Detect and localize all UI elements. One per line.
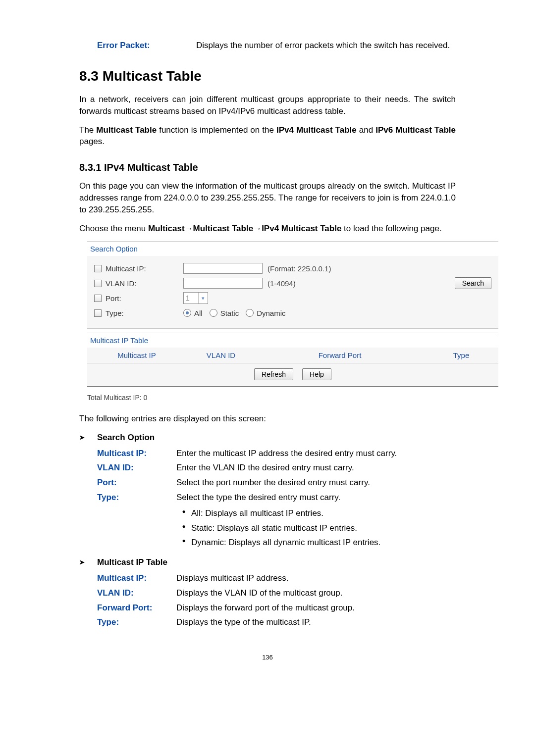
list-head-search-option-label: Search Option xyxy=(97,432,155,444)
heading-8-3: 8.3 Multicast Table xyxy=(79,66,456,86)
chevron-right-icon: ➤ xyxy=(79,558,97,567)
multicast-ip-checkbox[interactable] xyxy=(94,265,102,272)
def-so-type: Type: Select the type the desired entry … xyxy=(97,492,456,552)
chevron-down-icon: ▾ xyxy=(198,293,208,303)
col-vlan-id: VLAN ID xyxy=(186,350,256,360)
t: The xyxy=(79,125,96,135)
col-forward-port: Forward Port xyxy=(256,350,424,360)
t: Choose the menu xyxy=(79,224,148,233)
port-select-value: 1 xyxy=(186,294,190,303)
term: Port: xyxy=(97,477,176,489)
def-error-packet: Error Packet: Displays the number of err… xyxy=(79,40,456,51)
type-bullet-static: ● Static: Displays all static multicast … xyxy=(176,522,456,534)
t: to load the following page. xyxy=(344,224,442,233)
list-head-search-option: ➤ Search Option xyxy=(79,432,456,444)
search-button[interactable]: Search xyxy=(455,277,491,289)
term: Type: xyxy=(97,492,176,504)
bullet-text: Static: Displays all static multicast IP… xyxy=(191,522,357,534)
bullet-icon: ● xyxy=(176,507,191,516)
term: VLAN ID: xyxy=(97,462,176,474)
def-so-vlan-id: VLAN ID: Enter the VLAN ID the desired e… xyxy=(97,462,456,474)
desc: Enter the multicast IP address the desir… xyxy=(176,448,456,459)
type-radio-all[interactable] xyxy=(183,309,191,317)
port-select[interactable]: 1 ▾ xyxy=(183,292,208,304)
multicast-table-panel: Search Option Multicast IP: (Format: 225… xyxy=(87,241,498,403)
col-multicast-ip: Multicast IP xyxy=(87,350,186,360)
total-multicast-ip: Total Multicast IP: 0 xyxy=(87,393,498,403)
col-type: Type xyxy=(424,350,498,360)
desc: Displays the forward port of the multica… xyxy=(176,602,456,614)
bullet-icon: ● xyxy=(176,522,191,531)
type-radio-static[interactable] xyxy=(210,309,217,317)
t: and xyxy=(359,125,375,135)
t: Multicast→Multicast Table→IPv4 Multicast… xyxy=(148,224,341,233)
section-title-search-option: Search Option xyxy=(87,242,498,256)
section-title-multicast-ip-table: Multicast IP Table xyxy=(87,333,498,348)
vlan-id-input[interactable] xyxy=(183,278,263,289)
help-button[interactable]: Help xyxy=(302,368,331,380)
t: Multicast Table xyxy=(96,125,157,135)
desc: Enter the VLAN ID the desired entry must… xyxy=(176,462,456,474)
para-8-3-1-2: Choose the menu Multicast→Multicast Tabl… xyxy=(79,223,456,235)
search-row-port: Port: 1 ▾ xyxy=(94,291,491,305)
term: Forward Port: xyxy=(97,602,176,614)
desc: Displays the VLAN ID of the multicast gr… xyxy=(176,587,456,599)
type-bullet-all: ● All: Displays all multicast IP entries… xyxy=(176,507,456,519)
def-mt-multicast-ip: Multicast IP: Displays multicast IP addr… xyxy=(97,572,456,584)
type-radio-dynamic-label: Dynamic xyxy=(257,308,285,318)
def-mt-vlan-id: VLAN ID: Displays the VLAN ID of the mul… xyxy=(97,587,456,599)
type-label: Type: xyxy=(106,308,124,318)
list-head-multicast-ip-table: ➤ Multicast IP Table xyxy=(79,556,456,568)
port-checkbox[interactable] xyxy=(94,295,102,302)
entries-lead: The following entries are displayed on t… xyxy=(79,413,456,425)
desc-error-packet: Displays the number of error packets whi… xyxy=(196,40,456,51)
list-head-multicast-ip-table-label: Multicast IP Table xyxy=(97,556,167,568)
vlan-id-hint: (1-4094) xyxy=(268,278,296,289)
para-8-3-1: In a network, receivers can join differe… xyxy=(79,94,456,117)
bullet-text: Dynamic: Displays all dynamic multicast … xyxy=(191,537,380,549)
def-mt-forward-port: Forward Port: Displays the forward port … xyxy=(97,602,456,614)
type-checkbox[interactable] xyxy=(94,309,102,317)
t: function is implemented on the xyxy=(159,125,276,135)
type-radio-all-label: All xyxy=(194,308,203,318)
desc: Select the port number the desired entry… xyxy=(176,477,456,489)
port-label: Port: xyxy=(106,293,121,303)
t: IPv6 Multicast Table xyxy=(375,125,456,135)
vlan-id-checkbox[interactable] xyxy=(94,280,102,287)
chevron-right-icon: ➤ xyxy=(79,433,97,442)
page-number: 136 xyxy=(79,653,456,662)
type-radio-static-label: Static xyxy=(220,308,239,318)
term-error-packet: Error Packet: xyxy=(97,40,196,51)
term: VLAN ID: xyxy=(97,587,176,599)
search-row-multicast-ip: Multicast IP: (Format: 225.0.0.1) xyxy=(94,261,491,276)
term: Multicast IP: xyxy=(97,448,176,459)
multicast-ip-table-header: Multicast IP VLAN ID Forward Port Type xyxy=(87,348,498,363)
bullet-text: All: Displays all multicast IP entries. xyxy=(191,507,323,519)
term: Type: xyxy=(97,616,176,628)
search-row-type: Type: All Static Dynamic xyxy=(94,305,491,320)
t: IPv4 Multicast Table xyxy=(276,125,357,135)
bullet-icon: ● xyxy=(176,537,191,545)
refresh-button[interactable]: Refresh xyxy=(254,368,293,380)
para-8-3-1-1: On this page you can view the informatio… xyxy=(79,180,456,215)
type-radio-dynamic[interactable] xyxy=(246,309,254,317)
def-mt-type: Type: Displays the type of the multicast… xyxy=(97,616,456,628)
term: Multicast IP: xyxy=(97,572,176,584)
multicast-ip-hint: (Format: 225.0.0.1) xyxy=(268,263,331,274)
type-bullet-dynamic: ● Dynamic: Displays all dynamic multicas… xyxy=(176,537,456,549)
def-so-port: Port: Select the port number the desired… xyxy=(97,477,456,489)
search-row-vlan-id: VLAN ID: (1-4094) Search xyxy=(94,276,491,291)
desc: Displays the type of the multicast IP. xyxy=(176,616,456,628)
multicast-ip-input[interactable] xyxy=(183,263,263,274)
multicast-ip-label: Multicast IP: xyxy=(106,263,146,274)
t: pages. xyxy=(79,137,105,146)
def-so-multicast-ip: Multicast IP: Enter the multicast IP add… xyxy=(97,448,456,459)
desc: Select the type the desired entry must c… xyxy=(176,492,456,504)
desc: Displays multicast IP address. xyxy=(176,572,456,584)
vlan-id-label: VLAN ID: xyxy=(106,278,137,289)
heading-8-3-1: 8.3.1 IPv4 Multicast Table xyxy=(79,160,456,174)
para-8-3-2: The Multicast Table function is implemen… xyxy=(79,124,456,148)
